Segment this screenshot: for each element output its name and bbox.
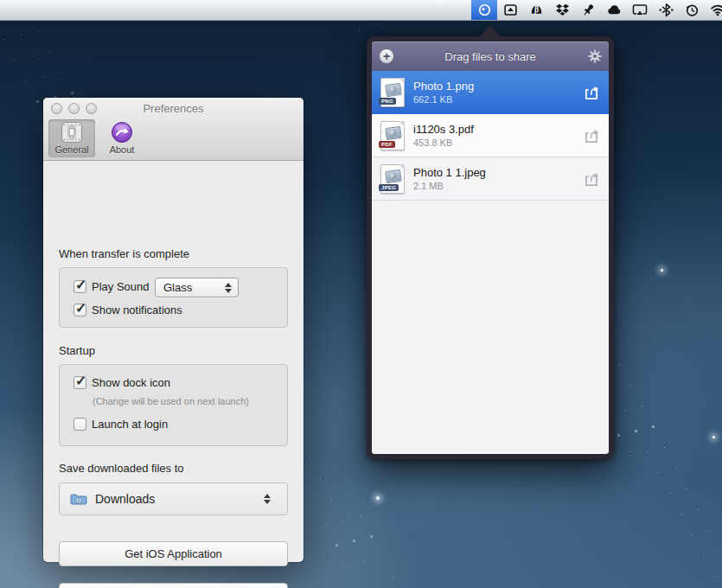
- tab-general[interactable]: General: [48, 119, 95, 157]
- window-title: Preferences: [43, 102, 303, 115]
- add-file-button[interactable]: +: [379, 48, 394, 64]
- select-arrows-icon: [261, 494, 273, 504]
- launch-login-label: Launch at login: [92, 418, 168, 431]
- transfer-groupbox: ✓ Play Sound Glass ✓ Show notifications: [59, 267, 288, 328]
- download-folder-value: Downloads: [87, 492, 261, 506]
- bright-star: [661, 269, 663, 272]
- file-badge: JPEG: [379, 184, 399, 191]
- share-icon[interactable]: [583, 128, 600, 144]
- popover-arrow: [479, 25, 502, 37]
- dock-icon-row: ✓ Show dock icon: [73, 376, 170, 389]
- switch-icon: [61, 121, 83, 144]
- bluetooth-icon[interactable]: [653, 0, 679, 20]
- file-type-icon: JPEG: [380, 164, 405, 194]
- desktop: β: [0, 0, 722, 588]
- notifications-label: Show notifications: [92, 304, 182, 316]
- downloads-folder-icon: [70, 492, 87, 506]
- wifi-icon[interactable]: [705, 0, 722, 20]
- svg-text:β: β: [534, 5, 538, 14]
- tab-about[interactable]: About: [99, 119, 145, 157]
- menu-bar: β: [0, 0, 722, 21]
- preferences-content: When transfer is complete ✓ Play Sound G…: [43, 162, 303, 562]
- share-icon[interactable]: [583, 171, 600, 187]
- app-timer-menubar-icon[interactable]: [471, 0, 497, 20]
- preferences-window: Preferences General About When transfer …: [43, 98, 303, 562]
- play-sound-label: Play Sound: [92, 280, 150, 293]
- file-row[interactable]: PDF i1120s 3.pdf 453.8 KB: [372, 114, 609, 157]
- play-sound-row: ✓ Play Sound: [73, 280, 150, 293]
- about-icon: [111, 121, 133, 144]
- file-size: 662.1 KB: [413, 93, 583, 105]
- pushpin-icon[interactable]: [575, 0, 601, 20]
- title-bar[interactable]: Preferences: [43, 98, 303, 119]
- file-type-icon: PDF: [380, 121, 405, 150]
- eject-icon[interactable]: [497, 0, 523, 20]
- file-row[interactable]: JPEG Photo 1 1.jpeg 2.1 MB: [372, 157, 609, 201]
- file-list-empty-area: [372, 201, 609, 454]
- time-machine-icon[interactable]: [679, 0, 705, 20]
- dropbox-icon[interactable]: [549, 0, 575, 20]
- file-name: i1120s 3.pdf: [413, 123, 583, 137]
- notifications-checkbox[interactable]: ✓: [73, 304, 86, 316]
- file-name: Photo 1.png: [413, 80, 583, 93]
- tab-about-label: About: [110, 144, 135, 155]
- file-badge: PNG: [379, 98, 396, 105]
- popover-title: Drag files to share: [444, 50, 536, 63]
- get-ios-app-button[interactable]: Get iOS Application: [59, 541, 288, 566]
- status-icons: β: [471, 0, 722, 20]
- dock-icon-checkbox[interactable]: ✓: [73, 376, 86, 389]
- file-row[interactable]: PNG Photo 1.png 662.1 KB: [372, 71, 609, 114]
- dock-icon-note: (Change will be used on next launch): [93, 396, 249, 406]
- startup-groupbox: ✓ Show dock icon (Change will be used on…: [59, 364, 288, 446]
- download-folder-select[interactable]: Downloads: [59, 483, 288, 515]
- play-sound-checkbox[interactable]: ✓: [73, 280, 86, 293]
- quit-button[interactable]: Quit: [59, 583, 288, 588]
- bright-star: [376, 496, 380, 500]
- gear-icon[interactable]: [588, 49, 602, 63]
- select-arrows-icon: [222, 283, 234, 293]
- section-heading-startup: Startup: [59, 344, 95, 357]
- sound-select[interactable]: Glass: [155, 278, 239, 297]
- file-badge: PDF: [379, 141, 395, 148]
- launch-login-checkbox[interactable]: ✓: [73, 418, 86, 431]
- preferences-toolbar: General About: [48, 119, 149, 161]
- section-heading-save: Save downloaded files to: [59, 462, 184, 475]
- cloud-icon[interactable]: [601, 0, 627, 20]
- window-chrome: Preferences General About: [43, 98, 303, 161]
- sound-select-value: Glass: [156, 281, 222, 294]
- section-heading-transfer: When transfer is complete: [59, 247, 189, 260]
- launch-login-row: ✓ Launch at login: [73, 418, 168, 431]
- file-type-icon: PNG: [380, 78, 405, 107]
- airplay-icon[interactable]: [627, 0, 653, 20]
- file-size: 453.8 KB: [413, 137, 583, 149]
- notifications-row: ✓ Show notifications: [73, 304, 182, 316]
- bright-star: [712, 436, 715, 438]
- file-name: Photo 1 1.jpeg: [413, 166, 583, 180]
- beta-bell-icon[interactable]: β: [523, 0, 549, 20]
- share-icon[interactable]: [583, 85, 600, 100]
- file-size: 2.1 MB: [413, 180, 583, 192]
- tab-general-label: General: [54, 144, 88, 155]
- popover-header[interactable]: + Drag files to share: [372, 42, 609, 71]
- dock-icon-label: Show dock icon: [92, 376, 170, 389]
- share-popover: + Drag files to share PNG Photo 1.png 66…: [367, 36, 614, 459]
